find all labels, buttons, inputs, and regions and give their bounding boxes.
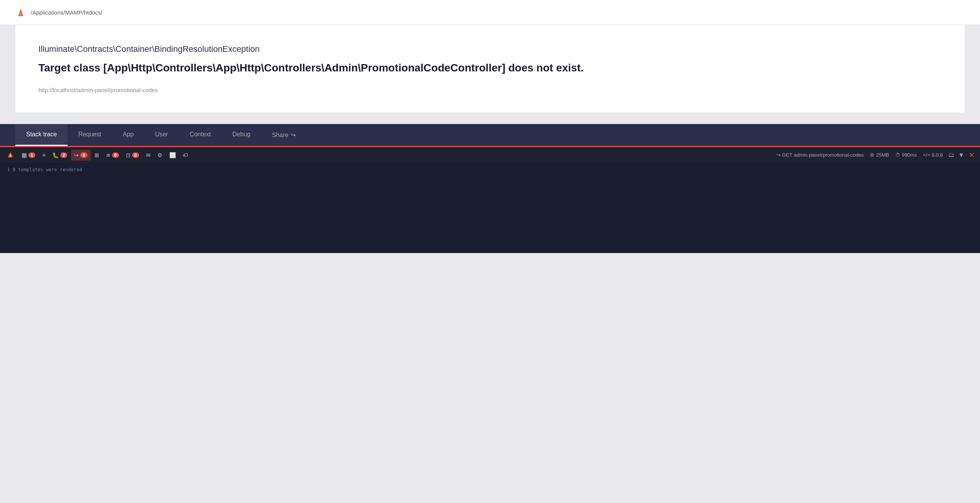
routes-icon: ↪ bbox=[74, 152, 79, 158]
debugbar-right-info: ↪ GET admin-panel/promotional-codes ⚙ 25… bbox=[773, 152, 946, 158]
events-badge: 0 bbox=[112, 152, 119, 158]
debugbar-chevron-button[interactable]: ▼ bbox=[957, 152, 966, 159]
debugbar-version: </> 8.0.8 bbox=[923, 152, 943, 158]
storage-icon: ⬜ bbox=[169, 152, 176, 158]
mamp-logo bbox=[15, 7, 26, 18]
debugbar-expand-button[interactable]: 🗂 bbox=[947, 152, 956, 159]
debugbar: ▦ 1 ≡ 🐛 2 ↪ 0 ⊞ ≋ 0 ⊡ 0 bbox=[0, 146, 980, 163]
debug-tabs-bar: Stack trace Request App User Context Deb… bbox=[0, 124, 980, 146]
time-value: 990ms bbox=[902, 152, 917, 158]
status-bar: ℹ 0 templates were rendered bbox=[0, 163, 980, 176]
tab-context[interactable]: Context bbox=[179, 124, 222, 146]
debugbar-memory: ⚙ 25MB bbox=[870, 152, 889, 158]
debugbar-tags[interactable]: 🏷 bbox=[180, 150, 191, 160]
memory-value: 25MB bbox=[876, 152, 889, 158]
mail-icon: ✉ bbox=[146, 152, 151, 158]
exception-namespace: Illuminate\Contracts\Container\ bbox=[38, 44, 154, 54]
info-icon: ℹ bbox=[8, 167, 10, 172]
debugbar-time: ⏱ 990ms bbox=[895, 152, 917, 158]
memory-icon: ⚙ bbox=[870, 152, 874, 158]
tab-stack-trace[interactable]: Stack trace bbox=[15, 124, 68, 146]
exceptions-badge: 2 bbox=[60, 152, 67, 158]
tab-debug[interactable]: Debug bbox=[222, 124, 261, 146]
exception-class: Illuminate\Contracts\Container\BindingRe… bbox=[38, 44, 942, 54]
mamp-path: /Applications/MAMP/htdocs/ bbox=[31, 9, 103, 16]
debugbar-laravel-button[interactable] bbox=[3, 149, 18, 162]
debugbar-content-area bbox=[0, 176, 980, 253]
top-bar: /Applications/MAMP/htdocs/ bbox=[0, 0, 980, 25]
debugbar-exceptions[interactable]: 🐛 2 bbox=[49, 150, 70, 160]
expand-icon: 🗂 bbox=[948, 152, 954, 158]
exception-url: http://localhost/admin-panel/promotional… bbox=[38, 87, 942, 93]
debugbar-route: admin-panel/promotional-codes bbox=[794, 152, 864, 158]
messages-icon: ▦ bbox=[22, 152, 27, 159]
debugbar-views[interactable]: ⊞ bbox=[91, 150, 102, 160]
close-icon: ✕ bbox=[969, 151, 975, 159]
debugbar-storage[interactable]: ⬜ bbox=[166, 150, 179, 160]
debugbar-routes[interactable]: ↪ 0 bbox=[71, 150, 90, 160]
exceptions-icon: 🐛 bbox=[52, 152, 59, 158]
tab-request[interactable]: Request bbox=[68, 124, 112, 146]
time-icon: ⏱ bbox=[895, 152, 900, 158]
debugbar-mail[interactable]: ✉ bbox=[143, 150, 154, 160]
debugbar-route-info: ↪ GET admin-panel/promotional-codes bbox=[776, 152, 864, 158]
tab-share[interactable]: Share ↪ bbox=[261, 124, 306, 146]
messages-badge: 1 bbox=[28, 152, 35, 158]
debugbar-timeline[interactable]: ≡ bbox=[39, 150, 48, 160]
tags-icon: 🏷 bbox=[183, 152, 188, 158]
debugbar-method: GET bbox=[782, 152, 793, 158]
version-icon: </> bbox=[923, 152, 930, 158]
exception-class-name: BindingResolutionException bbox=[154, 44, 260, 54]
debugbar-events[interactable]: ≋ 0 bbox=[103, 150, 122, 160]
debugbar-models[interactable]: ⊡ 0 bbox=[123, 150, 142, 160]
routes-badge: 0 bbox=[80, 152, 87, 158]
debugbar-db[interactable]: ⚙ bbox=[154, 150, 166, 160]
error-card: Illuminate\Contracts\Container\BindingRe… bbox=[15, 25, 965, 113]
debugbar-messages[interactable]: ▦ 1 bbox=[18, 149, 38, 161]
models-icon: ⊡ bbox=[126, 152, 131, 158]
events-icon: ≋ bbox=[106, 152, 111, 158]
version-value: 8.0.8 bbox=[932, 152, 943, 158]
models-badge: 0 bbox=[132, 152, 139, 158]
chevron-down-icon: ▼ bbox=[958, 152, 964, 158]
views-icon: ⊞ bbox=[94, 152, 99, 158]
status-message: 0 templates were rendered bbox=[13, 167, 82, 172]
timeline-icon: ≡ bbox=[42, 152, 45, 158]
share-icon: ↪ bbox=[291, 131, 296, 139]
tab-app[interactable]: App bbox=[112, 124, 144, 146]
db-icon: ⚙ bbox=[157, 152, 162, 158]
route-arrow-icon: ↪ bbox=[776, 152, 781, 158]
debugbar-close-button[interactable]: ✕ bbox=[967, 151, 977, 159]
exception-message: Target class [App\Http\Controllers\App\H… bbox=[38, 60, 942, 75]
tab-user[interactable]: User bbox=[144, 124, 179, 146]
